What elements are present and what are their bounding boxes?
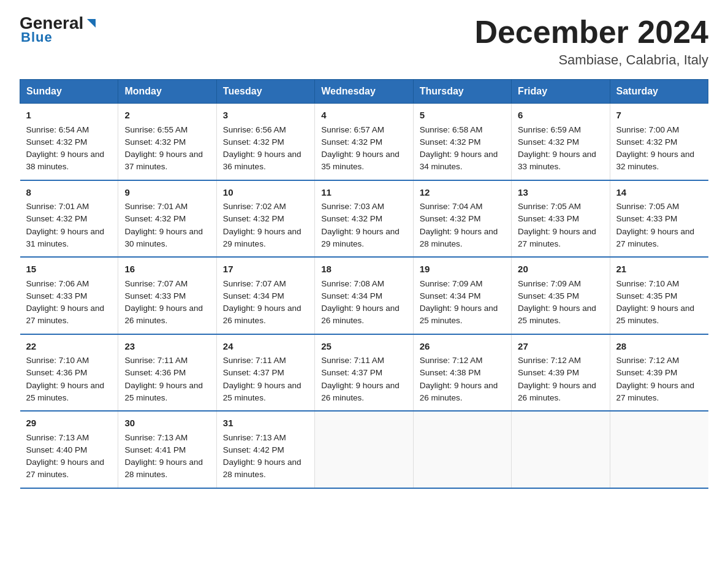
- calendar-header-row: SundayMondayTuesdayWednesdayThursdayFrid…: [20, 80, 708, 104]
- sunset-text: Sunset: 4:32 PM: [518, 137, 579, 147]
- day-number: 24: [223, 340, 308, 354]
- sunset-text: Sunset: 4:42 PM: [223, 445, 284, 454]
- calendar-cell: 2Sunrise: 6:55 AMSunset: 4:32 PMDaylight…: [118, 104, 216, 180]
- calendar-cell: 18Sunrise: 7:08 AMSunset: 4:34 PMDayligh…: [315, 257, 413, 334]
- sunrise-text: Sunrise: 6:55 AM: [124, 125, 188, 134]
- daylight-text: Daylight: 9 hours and 25 minutes.: [26, 381, 105, 402]
- sunset-text: Sunset: 4:33 PM: [124, 291, 186, 301]
- calendar-cell: [512, 411, 610, 488]
- sunset-text: Sunset: 4:38 PM: [420, 368, 481, 377]
- sunset-text: Sunset: 4:32 PM: [223, 214, 284, 223]
- daylight-text: Daylight: 9 hours and 30 minutes.: [124, 227, 203, 248]
- calendar-cell: 20Sunrise: 7:09 AMSunset: 4:35 PMDayligh…: [512, 257, 610, 334]
- sunset-text: Sunset: 4:34 PM: [420, 291, 481, 301]
- sunset-text: Sunset: 4:41 PM: [124, 445, 186, 454]
- sunset-text: Sunset: 4:35 PM: [616, 291, 678, 301]
- daylight-text: Daylight: 9 hours and 33 minutes.: [518, 150, 596, 171]
- sunrise-text: Sunrise: 7:01 AM: [26, 202, 89, 211]
- day-number: 11: [321, 186, 406, 200]
- sunset-text: Sunset: 4:32 PM: [26, 214, 88, 223]
- calendar-week-row: 8Sunrise: 7:01 AMSunset: 4:32 PMDaylight…: [20, 180, 708, 258]
- day-number: 23: [124, 340, 210, 354]
- sunset-text: Sunset: 4:32 PM: [420, 214, 481, 223]
- day-number: 10: [223, 186, 308, 200]
- calendar-cell: 21Sunrise: 7:10 AMSunset: 4:35 PMDayligh…: [610, 257, 708, 334]
- daylight-text: Daylight: 9 hours and 28 minutes.: [223, 458, 301, 479]
- page-title: December 2024: [474, 15, 708, 50]
- sunset-text: Sunset: 4:32 PM: [321, 137, 382, 147]
- daylight-text: Daylight: 9 hours and 31 minutes.: [26, 227, 105, 248]
- sunrise-text: Sunrise: 7:10 AM: [616, 279, 680, 288]
- sunrise-text: Sunrise: 6:54 AM: [26, 125, 89, 134]
- day-number: 4: [321, 109, 406, 123]
- day-number: 14: [616, 186, 702, 200]
- sunrise-text: Sunrise: 7:10 AM: [26, 356, 89, 365]
- calendar-cell: 3Sunrise: 6:56 AMSunset: 4:32 PMDaylight…: [216, 104, 314, 180]
- day-number: 19: [420, 262, 505, 277]
- calendar-cell: 31Sunrise: 7:13 AMSunset: 4:42 PMDayligh…: [216, 411, 314, 488]
- daylight-text: Daylight: 9 hours and 27 minutes.: [518, 227, 596, 248]
- sunrise-text: Sunrise: 6:57 AM: [321, 125, 384, 134]
- page-header: General Blue December 2024 Sambiase, Cal…: [20, 15, 708, 68]
- sunset-text: Sunset: 4:40 PM: [26, 445, 88, 454]
- sunset-text: Sunset: 4:32 PM: [26, 137, 88, 147]
- sunset-text: Sunset: 4:32 PM: [420, 137, 481, 147]
- daylight-text: Daylight: 9 hours and 26 minutes.: [223, 304, 301, 325]
- daylight-text: Daylight: 9 hours and 26 minutes.: [518, 381, 596, 402]
- sunrise-text: Sunrise: 7:11 AM: [321, 356, 384, 365]
- day-number: 16: [124, 262, 210, 277]
- svg-marker-0: [87, 19, 96, 28]
- day-number: 3: [223, 109, 308, 123]
- title-block: December 2024 Sambiase, Calabria, Italy: [474, 15, 708, 68]
- day-number: 5: [420, 109, 505, 123]
- daylight-text: Daylight: 9 hours and 25 minutes.: [518, 304, 596, 325]
- col-header-sunday: Sunday: [20, 80, 118, 104]
- sunrise-text: Sunrise: 7:04 AM: [420, 202, 483, 211]
- daylight-text: Daylight: 9 hours and 26 minutes.: [420, 381, 498, 402]
- sunrise-text: Sunrise: 7:03 AM: [321, 202, 384, 211]
- calendar-cell: 29Sunrise: 7:13 AMSunset: 4:40 PMDayligh…: [20, 411, 118, 488]
- sunrise-text: Sunrise: 7:00 AM: [616, 125, 680, 134]
- day-number: 25: [321, 340, 406, 354]
- sunset-text: Sunset: 4:37 PM: [223, 368, 284, 377]
- sunrise-text: Sunrise: 6:58 AM: [420, 125, 483, 134]
- col-header-monday: Monday: [118, 80, 216, 104]
- day-number: 8: [26, 186, 112, 200]
- sunset-text: Sunset: 4:35 PM: [518, 291, 579, 301]
- calendar-cell: 7Sunrise: 7:00 AMSunset: 4:32 PMDaylight…: [610, 104, 708, 180]
- calendar-cell: [610, 411, 708, 488]
- sunset-text: Sunset: 4:32 PM: [124, 214, 186, 223]
- logo-triangle-icon: [85, 17, 98, 30]
- calendar-cell: 16Sunrise: 7:07 AMSunset: 4:33 PMDayligh…: [118, 257, 216, 334]
- daylight-text: Daylight: 9 hours and 29 minutes.: [321, 227, 400, 248]
- calendar-week-row: 29Sunrise: 7:13 AMSunset: 4:40 PMDayligh…: [20, 411, 708, 488]
- sunrise-text: Sunrise: 7:05 AM: [616, 202, 680, 211]
- calendar-cell: 17Sunrise: 7:07 AMSunset: 4:34 PMDayligh…: [216, 257, 314, 334]
- sunrise-text: Sunrise: 7:11 AM: [223, 356, 286, 365]
- sunset-text: Sunset: 4:33 PM: [616, 214, 678, 223]
- calendar-cell: 10Sunrise: 7:02 AMSunset: 4:32 PMDayligh…: [216, 180, 314, 258]
- day-number: 26: [420, 340, 505, 354]
- sunset-text: Sunset: 4:39 PM: [518, 368, 579, 377]
- daylight-text: Daylight: 9 hours and 27 minutes.: [616, 381, 695, 402]
- calendar-cell: 5Sunrise: 6:58 AMSunset: 4:32 PMDaylight…: [413, 104, 511, 180]
- calendar-cell: [413, 411, 511, 488]
- calendar-cell: 24Sunrise: 7:11 AMSunset: 4:37 PMDayligh…: [216, 334, 314, 412]
- calendar-cell: 1Sunrise: 6:54 AMSunset: 4:32 PMDaylight…: [20, 104, 118, 180]
- sunset-text: Sunset: 4:32 PM: [616, 137, 678, 147]
- col-header-thursday: Thursday: [413, 80, 511, 104]
- day-number: 30: [124, 416, 210, 431]
- calendar-cell: 8Sunrise: 7:01 AMSunset: 4:32 PMDaylight…: [20, 180, 118, 258]
- sunrise-text: Sunrise: 7:13 AM: [26, 433, 89, 442]
- day-number: 1: [26, 109, 112, 123]
- calendar-cell: 14Sunrise: 7:05 AMSunset: 4:33 PMDayligh…: [610, 180, 708, 258]
- calendar-cell: 30Sunrise: 7:13 AMSunset: 4:41 PMDayligh…: [118, 411, 216, 488]
- daylight-text: Daylight: 9 hours and 38 minutes.: [26, 150, 105, 171]
- sunrise-text: Sunrise: 7:06 AM: [26, 279, 89, 288]
- daylight-text: Daylight: 9 hours and 32 minutes.: [616, 150, 695, 171]
- calendar-cell: [315, 411, 413, 488]
- calendar-week-row: 15Sunrise: 7:06 AMSunset: 4:33 PMDayligh…: [20, 257, 708, 334]
- sunset-text: Sunset: 4:34 PM: [223, 291, 284, 301]
- day-number: 9: [124, 186, 210, 200]
- sunrise-text: Sunrise: 7:12 AM: [616, 356, 680, 365]
